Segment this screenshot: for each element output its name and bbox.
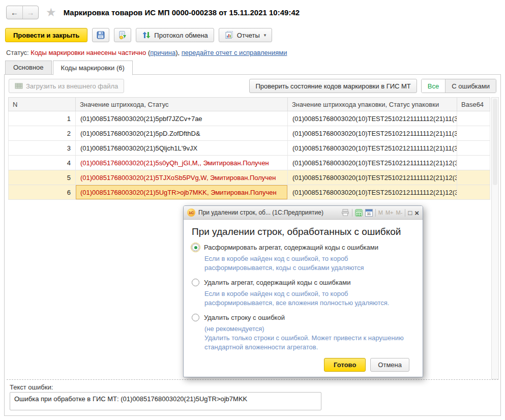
table-header-cell[interactable]: Base64 (457, 98, 490, 111)
load-external-label: Загрузить из внешнего файла (26, 82, 118, 90)
post-document-button[interactable] (114, 28, 131, 42)
table-cell[interactable]: (01)00851768003020(21)5s0yQh_jGI,M,, Эми… (76, 156, 288, 170)
table-cell[interactable]: (01)00851768003020(10)TEST25102121111112… (288, 185, 457, 199)
table-cell[interactable] (457, 126, 490, 140)
chevron-down-icon: ▾ (264, 33, 266, 38)
radio-option[interactable]: Расформировать агрегат, содержащий коды … (192, 244, 414, 251)
table-cell[interactable]: (01)00851768003020(10)TEST25102121111112… (288, 111, 457, 126)
table-cell[interactable]: 3 (9, 141, 76, 155)
dialog-buttons: Готово Отмена (192, 358, 414, 372)
error-text-field[interactable]: Ошибка при обработке в ГИС МТ: (01)00851… (10, 392, 321, 410)
table-cell[interactable] (457, 156, 490, 170)
close-icon[interactable]: × (414, 208, 419, 217)
dialog-titlebar[interactable]: 1С При удалении строк, об... (1С:Предпри… (184, 206, 423, 220)
table-command-bar: Загрузить из внешнего файла Проверить со… (9, 78, 496, 94)
tab-main[interactable]: Основное (5, 61, 52, 75)
radio-option-description: (не рекомендуется)Удалить только строки … (204, 324, 414, 352)
radio-option-label: Удалить агрегат, содержащий коды с ошибк… (204, 279, 350, 286)
load-external-file-button[interactable]: Загрузить из внешнего файла (9, 79, 124, 93)
form-splitter[interactable] (7, 379, 498, 380)
done-button[interactable]: Готово (324, 358, 366, 372)
table-cell[interactable]: (01)00851768003020(21)5UgTR>ojb7MKK, Эми… (76, 185, 288, 199)
titlebar-separator (375, 209, 376, 217)
vertical-scrollbar[interactable] (491, 97, 499, 379)
dialog-body: При удалении строк, обработанных с ошибк… (184, 220, 423, 377)
reports-button[interactable]: Отчеты ▾ (219, 28, 272, 42)
nav-group: ← → (6, 6, 39, 19)
marking-codes-table: NЗначение штрихкода, СтатусЗначение штри… (8, 97, 490, 200)
favorite-star-icon[interactable]: ★ (46, 7, 56, 18)
calculator-icon[interactable] (355, 209, 363, 217)
table-header-cell[interactable]: N (9, 98, 76, 111)
forward-arrow-icon: → (27, 8, 35, 17)
table-cell[interactable]: 6 (9, 185, 76, 199)
exchange-protocol-button[interactable]: Протокол обмена (136, 28, 214, 42)
header-bar: ← → ★ Маркировка товаров ИС МП 0000-0002… (6, 4, 300, 20)
page-title: Маркировка товаров ИС МП 0000-000238 от … (64, 8, 300, 17)
filter-all-button[interactable]: Все (422, 79, 445, 93)
print-icon[interactable] (341, 209, 349, 216)
table-cell[interactable]: (01)00851768003020(10)TEST25102121111112… (288, 170, 457, 185)
table-cell[interactable] (457, 170, 490, 185)
radio-option-description: Если в коробе найден код с ошибкой, то к… (204, 289, 414, 308)
status-text: Коды маркировки нанесены частично (31, 49, 146, 56)
radio-option-description: Если в коробе найден код с ошибкой, то к… (204, 254, 414, 273)
back-arrow-icon: ← (11, 8, 18, 17)
maximize-icon[interactable]: □ (408, 209, 412, 217)
table-header-cell[interactable]: Значение штрихкода упаковки, Статус упак… (288, 98, 457, 111)
radio-option[interactable]: Удалить агрегат, содержащий коды с ошибк… (192, 279, 414, 286)
table-cell[interactable]: 2 (9, 126, 76, 140)
calendar-icon[interactable]: 31 (365, 209, 373, 217)
table-cell[interactable]: (01)00851768003020(10)TEST25102121111112… (288, 141, 457, 155)
titlebar-separator (405, 209, 405, 217)
table-cell[interactable]: (01)00851768003020(10)TEST25102121111112… (288, 156, 457, 170)
radio-button-icon[interactable] (192, 244, 199, 251)
table-grid-icon (15, 82, 23, 89)
back-button[interactable]: ← (7, 6, 22, 19)
radio-button-icon[interactable] (192, 279, 199, 286)
post-and-close-button[interactable]: Провести и закрыть (5, 28, 87, 42)
send-correction-link[interactable]: передайте отчет с исправлениями (182, 49, 287, 56)
table-row[interactable]: 3(01)00851768003020(21)5Qljch1L'9vJX(01)… (8, 141, 490, 156)
table-cell[interactable]: (01)00851768003020(21)5Qljch1L'9vJX (76, 141, 288, 155)
dialog-heading: При удалении строк, обработанных с ошибк… (192, 226, 414, 237)
memory-add-button[interactable]: M+ (385, 209, 394, 216)
memory-recall-button[interactable]: M (378, 209, 383, 216)
memory-subtract-button[interactable]: M- (396, 209, 403, 216)
cancel-button[interactable]: Отмена (370, 358, 409, 372)
table-cell[interactable]: 4 (9, 156, 76, 170)
exchange-protocol-label: Протокол обмена (154, 32, 208, 39)
table-cell[interactable] (457, 141, 490, 155)
table-row[interactable]: 2(01)00851768003020(21)5pD.ZofDfthD&(01)… (8, 126, 490, 141)
table-cell[interactable] (457, 111, 490, 126)
tab-marking-codes[interactable]: Коды маркировки (6) (53, 61, 133, 75)
calendar-day: 31 (366, 212, 372, 216)
table-row[interactable]: 4(01)00851768003020(21)5s0yQh_jGI,M,, Эм… (8, 156, 490, 170)
error-text-label: Текст ошибки: (10, 383, 53, 391)
scrollbar-thumb[interactable] (493, 99, 497, 185)
paren-close: ), (175, 49, 180, 56)
toolbar: Провести и закрыть Протокол обмена Отчет… (5, 27, 272, 43)
right-commands: Проверить состояние кодов маркировки в Г… (249, 79, 496, 93)
radio-option[interactable]: Удалить строку с ошибкой (192, 314, 414, 321)
table-row[interactable]: 1(01)00851768003020(21)5pbf7JZCv+7ae(01)… (8, 111, 490, 126)
check-codes-status-button[interactable]: Проверить состояние кодов маркировки в Г… (249, 79, 417, 93)
dialog-options: Расформировать агрегат, содержащий коды … (192, 244, 414, 352)
table-cell[interactable]: (01)00851768003020(21)5pD.ZofDfthD& (76, 126, 288, 140)
table-header-cell[interactable]: Значение штрихкода, Статус (76, 98, 288, 111)
table-row[interactable]: 6(01)00851768003020(21)5UgTR>ojb7MKK, Эм… (8, 185, 490, 200)
table-row[interactable]: 5(01)00851768003020(21)5TJXoSb5PVg,W, Эм… (8, 170, 490, 185)
filter-errors-button[interactable]: С ошибками (445, 79, 496, 93)
reason-link[interactable]: причина (150, 49, 175, 56)
table-cell[interactable]: 1 (9, 111, 76, 126)
table-cell[interactable]: (01)00851768003020(10)TEST25102121111112… (288, 126, 457, 140)
radio-option-label: Расформировать агрегат, содержащий коды … (204, 244, 378, 251)
table-cell[interactable]: (01)00851768003020(21)5pbf7JZCv+7ae (76, 111, 288, 126)
table-cell[interactable] (457, 185, 490, 199)
forward-button[interactable]: → (22, 6, 38, 19)
delete-rows-dialog: 1С При удалении строк, об... (1С:Предпри… (183, 205, 423, 377)
table-cell[interactable]: 5 (9, 170, 76, 185)
table-cell[interactable]: (01)00851768003020(21)5TJXoSb5PVg,W, Эми… (76, 170, 288, 185)
save-button[interactable] (92, 28, 109, 42)
radio-button-icon[interactable] (192, 314, 199, 321)
